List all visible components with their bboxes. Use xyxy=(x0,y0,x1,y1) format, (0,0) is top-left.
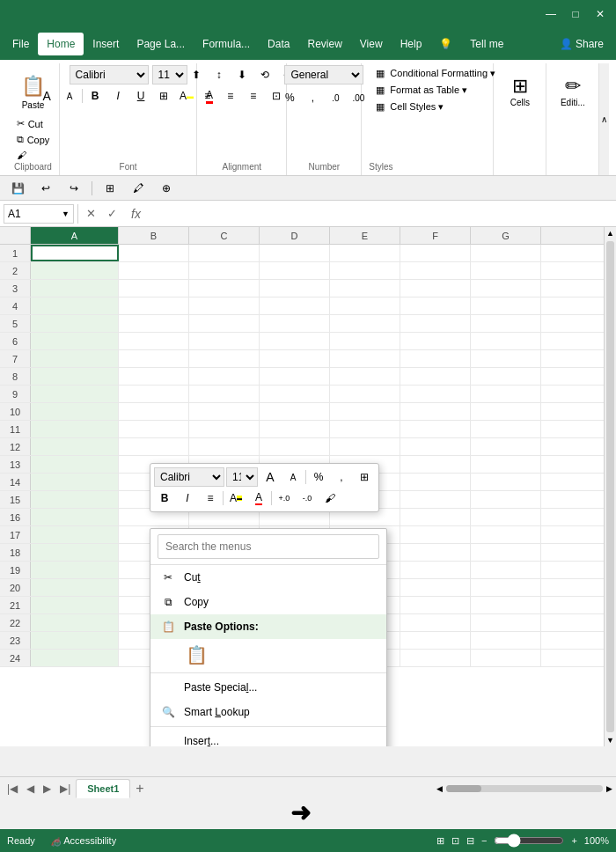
format-painter-button[interactable]: 🖌 xyxy=(11,148,55,162)
cell-A13[interactable] xyxy=(31,456,119,473)
mt-font-select[interactable]: Calibri xyxy=(154,467,224,487)
cell-G2[interactable] xyxy=(471,262,541,279)
cells-button[interactable]: ⊞ Cells xyxy=(498,65,542,116)
cell-F4[interactable] xyxy=(400,297,471,314)
cell-A22[interactable] xyxy=(31,614,119,631)
cell-A9[interactable] xyxy=(31,386,119,402)
cell-B10[interactable] xyxy=(119,403,189,420)
mt-fill-color[interactable]: A▬ xyxy=(225,488,246,508)
cell-A21[interactable] xyxy=(31,597,119,613)
cell-A19[interactable] xyxy=(31,562,119,578)
mt-increase-font[interactable]: A xyxy=(260,467,281,487)
align-center-btn[interactable]: ≡ xyxy=(220,86,241,106)
cell-E3[interactable] xyxy=(330,280,400,297)
col-header-e[interactable]: E xyxy=(330,227,400,244)
font-size-select[interactable]: 11 xyxy=(152,65,187,84)
menu-lightbulb[interactable]: 💡 xyxy=(430,33,461,55)
menu-file[interactable]: File xyxy=(4,33,38,55)
scroll-right-btn[interactable]: ▶ xyxy=(606,784,612,793)
cell-G22[interactable] xyxy=(471,614,541,631)
minimize-button[interactable]: — xyxy=(542,5,560,23)
cell-D12[interactable] xyxy=(260,438,330,455)
cell-D1[interactable] xyxy=(260,245,330,261)
cell-G24[interactable] xyxy=(471,650,541,666)
cell-F22[interactable] xyxy=(400,614,471,631)
menu-review[interactable]: Review xyxy=(298,33,350,55)
cell-A1[interactable] xyxy=(31,245,119,261)
ctx-paste-special[interactable]: Paste Special... xyxy=(150,675,386,700)
cell-E9[interactable] xyxy=(330,386,400,402)
cell-G4[interactable] xyxy=(471,297,541,314)
cell-D8[interactable] xyxy=(260,368,330,385)
cell-C7[interactable] xyxy=(189,350,260,367)
menu-share[interactable]: 👤 Share xyxy=(551,33,612,55)
col-header-d[interactable]: D xyxy=(260,227,330,244)
menu-help[interactable]: Help xyxy=(392,33,431,55)
cell-E10[interactable] xyxy=(330,403,400,420)
add-sheet-button[interactable]: + xyxy=(136,781,143,797)
redo-btn[interactable]: ↪ xyxy=(63,179,84,198)
cell-A12[interactable] xyxy=(31,438,119,455)
scroll-up-btn[interactable]: ▲ xyxy=(605,227,616,239)
align-left-btn[interactable]: ≡ xyxy=(197,86,218,106)
cell-C10[interactable] xyxy=(189,403,260,420)
h-scroll-track[interactable] xyxy=(446,785,603,792)
italic-button[interactable]: I xyxy=(107,86,128,106)
cell-C11[interactable] xyxy=(189,421,260,437)
cell-A8[interactable] xyxy=(31,368,119,385)
text-direction-btn[interactable]: ⟲ xyxy=(254,65,275,84)
horizontal-scrollbar[interactable]: ◀ ▶ xyxy=(436,784,612,793)
cell-G5[interactable] xyxy=(471,315,541,332)
cell-F3[interactable] xyxy=(400,280,471,297)
cell-G20[interactable] xyxy=(471,579,541,596)
col-header-f[interactable]: F xyxy=(400,227,471,244)
copy-button[interactable]: ⧉ Copy xyxy=(11,132,55,147)
qa-more-btn[interactable]: ⊕ xyxy=(156,179,177,198)
align-bottom-btn[interactable]: ⬇ xyxy=(231,65,253,84)
cell-F12[interactable] xyxy=(400,438,471,455)
cell-D7[interactable] xyxy=(260,350,330,367)
cell-F20[interactable] xyxy=(400,579,471,596)
cell-F5[interactable] xyxy=(400,315,471,332)
cell-D4[interactable] xyxy=(260,297,330,314)
cell-E1[interactable] xyxy=(330,245,400,261)
mt-paint[interactable]: 🖌 xyxy=(319,488,341,508)
formula-input[interactable] xyxy=(151,208,612,220)
cell-G12[interactable] xyxy=(471,438,541,455)
border-button[interactable]: ⊞ xyxy=(153,86,174,106)
number-format-select[interactable]: General xyxy=(284,65,363,84)
cell-D11[interactable] xyxy=(260,421,330,437)
mt-percent[interactable]: % xyxy=(308,467,329,487)
cell-A20[interactable] xyxy=(31,579,119,596)
menu-insert[interactable]: Insert xyxy=(84,33,128,55)
cell-C9[interactable] xyxy=(189,386,260,402)
cell-F10[interactable] xyxy=(400,403,471,420)
underline-button[interactable]: U xyxy=(130,86,151,106)
cell-A3[interactable] xyxy=(31,280,119,297)
ctx-paste-icon-row[interactable]: 📋 xyxy=(150,639,386,671)
cell-C1[interactable] xyxy=(189,245,260,261)
sheet-nav-last[interactable]: ▶| xyxy=(56,781,74,797)
cell-E5[interactable] xyxy=(330,315,400,332)
cell-E2[interactable] xyxy=(330,262,400,279)
cell-F6[interactable] xyxy=(400,333,471,349)
cell-A7[interactable] xyxy=(31,350,119,367)
cell-F19[interactable] xyxy=(400,562,471,578)
cell-A15[interactable] xyxy=(31,491,119,508)
cell-A14[interactable] xyxy=(31,474,119,490)
mt-comma[interactable]: , xyxy=(331,467,352,487)
ctx-smart-lookup[interactable]: 🔍 Smart Lookup xyxy=(150,700,386,724)
cell-F8[interactable] xyxy=(400,368,471,385)
cell-B11[interactable] xyxy=(119,421,189,437)
cell-G14[interactable] xyxy=(471,474,541,490)
cell-B5[interactable] xyxy=(119,315,189,332)
cell-C8[interactable] xyxy=(189,368,260,385)
cell-D2[interactable] xyxy=(260,262,330,279)
cell-B8[interactable] xyxy=(119,368,189,385)
cell-D3[interactable] xyxy=(260,280,330,297)
mt-dec-decimal[interactable]: -.0 xyxy=(297,488,318,508)
cell-C6[interactable] xyxy=(189,333,260,349)
formula-cancel-btn[interactable]: ✕ xyxy=(82,205,99,223)
ribbon-collapse-button[interactable]: ∧ xyxy=(599,63,609,175)
cell-C5[interactable] xyxy=(189,315,260,332)
